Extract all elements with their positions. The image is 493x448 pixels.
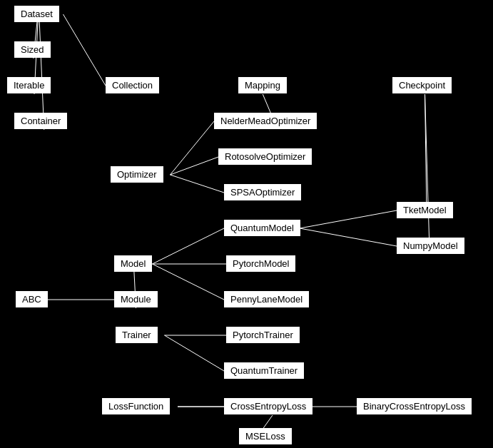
node-pytorchtrainer: PytorchTrainer: [226, 327, 300, 343]
node-module: Module: [114, 291, 158, 307]
node-numpymodel: NumpyModel: [397, 238, 464, 254]
node-abc: ABC: [16, 291, 48, 307]
edge-QuantumModel-TketModel: [300, 210, 397, 228]
node-pennylanemodel: PennyLaneModel: [224, 291, 309, 307]
node-iterable: Iterable: [7, 77, 51, 93]
node-dataset: Dataset: [14, 6, 59, 22]
node-tketmodel: TketModel: [397, 202, 453, 218]
node-spsaoptimizer: SPSAOptimizer: [224, 184, 301, 200]
node-trainer: Trainer: [116, 327, 158, 343]
edge-Optimizer-NelderMeadOptimizer: [171, 121, 215, 175]
node-pytorchmodel: PytorchModel: [226, 255, 295, 272]
node-rotosolveoptimizer: RotosolveOptimizer: [218, 148, 312, 165]
node-model: Model: [114, 255, 152, 272]
edge-Optimizer-SPSAOptimizer: [171, 175, 225, 193]
node-binarycrossentropyloss: BinaryCrossEntropyLoss: [357, 398, 472, 414]
node-sized: Sized: [14, 41, 51, 58]
edge-Container-Dataset: [39, 6, 44, 130]
node-lossfunction: LossFunction: [102, 398, 170, 414]
node-optimizer: Optimizer: [111, 166, 163, 183]
node-neldermeadoptimizer: NelderMeadOptimizer: [214, 113, 317, 129]
edge-QuantumModel-NumpyModel: [300, 228, 397, 246]
edge-Trainer-QuantumTrainer: [165, 335, 225, 371]
node-mseloss: MSELoss: [239, 428, 292, 444]
node-quantumtrainer: QuantumTrainer: [224, 362, 304, 379]
edge-CrossEntropyLoss-MSELoss: [263, 415, 273, 428]
edge-Model-QuantumModel: [153, 228, 225, 264]
edge-Mapping-NelderMeadOptimizer: [263, 94, 270, 113]
node-quantummodel: QuantumModel: [224, 220, 300, 236]
edge-Collection-Dataset: [63, 14, 106, 86]
edge-Model-PennyLaneModel: [153, 264, 225, 300]
node-collection: Collection: [106, 77, 159, 93]
node-crossentropyloss: CrossEntropyLoss: [224, 398, 312, 414]
node-container: Container: [14, 113, 67, 129]
edge-Checkpoint-TketModel: [425, 94, 427, 202]
node-mapping: Mapping: [238, 77, 287, 93]
edge-Optimizer-RotosolveOptimizer: [171, 157, 219, 175]
node-checkpoint: Checkpoint: [392, 77, 452, 93]
